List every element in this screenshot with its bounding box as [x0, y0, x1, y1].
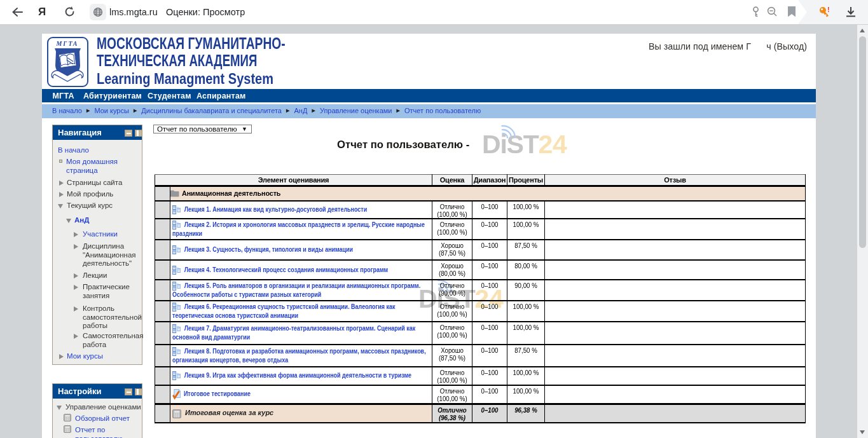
svg-text:!: ! — [827, 6, 830, 13]
svg-text:МГТА: МГТА — [55, 40, 78, 47]
